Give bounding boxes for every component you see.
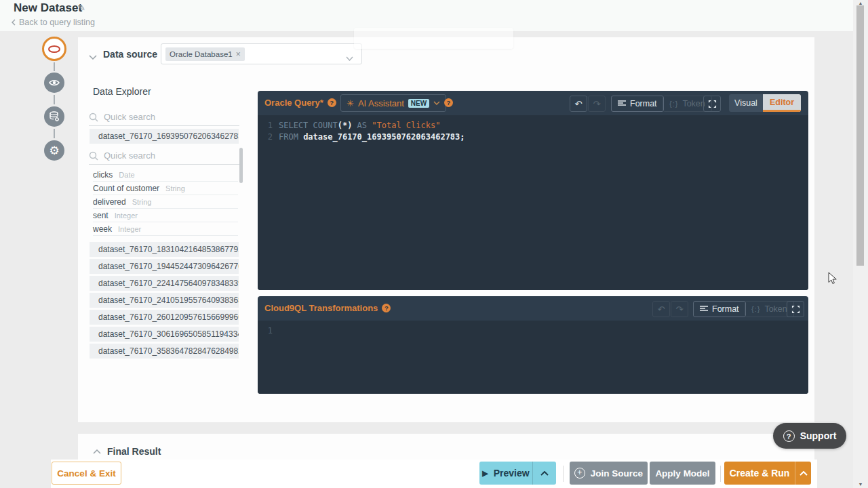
step-preview-icon[interactable]	[44, 73, 64, 93]
chevron-up-icon	[800, 471, 808, 476]
dataset-item[interactable]: dataset_76170_2601209576156699966	[90, 310, 239, 325]
dataset-item[interactable]: dataset_76170_2410519557640938368	[90, 293, 239, 308]
format-icon	[700, 306, 708, 312]
field-row[interactable]: weekInteger	[93, 222, 238, 236]
top-header: New Dataset ✎ Back to query listing	[0, 0, 853, 31]
oracle-logo-icon	[48, 45, 60, 53]
back-link[interactable]: Back to query listing	[11, 18, 95, 27]
scroll-up-arrow-icon[interactable]: ▲	[853, 1, 868, 5]
explorer-scrollbar-thumb[interactable]	[239, 148, 243, 183]
help-icon[interactable]: ?	[444, 98, 453, 107]
query-builder-card: Data source Oracle Database1 × Data Expl…	[78, 37, 814, 422]
tab-editor[interactable]: Editor	[763, 94, 801, 112]
format-button[interactable]: Format	[693, 301, 746, 317]
line-number: 2	[263, 131, 273, 143]
create-run-options-button[interactable]	[795, 462, 811, 485]
join-source-label: Join Source	[591, 468, 643, 479]
ai-assistant-icon: ✳	[347, 98, 354, 108]
datasource-chip: Oracle Database1 ×	[165, 47, 245, 61]
preview-options-button[interactable]	[532, 462, 556, 485]
footer-bar: Cancel & Exit ▶ Preview + Join Source Ap…	[51, 460, 817, 488]
help-icon[interactable]: ?	[328, 98, 336, 107]
quick-search-input[interactable]	[104, 150, 226, 161]
dataset-item[interactable]: dataset_76170_3583647828476284982	[90, 344, 239, 359]
cloud9ql-header: Cloud9QL Transformations ? ↶ ↷ Format {:…	[258, 296, 808, 321]
preview-button[interactable]: ▶ Preview	[479, 462, 532, 485]
datasource-dropdown[interactable]: Oracle Database1 ×	[161, 43, 362, 64]
redo-icon: ↷	[676, 304, 684, 314]
create-run-button-group: Create & Run	[724, 462, 811, 485]
dataset-item[interactable]: dataset_76170_2241475640978348339	[90, 276, 239, 291]
ai-assistant-label: AI Assistant	[358, 98, 404, 108]
oracle-query-title-text: Oracle Query*	[264, 98, 323, 108]
final-result-header[interactable]: Final Result	[93, 446, 161, 457]
window-scrollbar: ▲ ▼	[853, 0, 868, 488]
ai-assistant-button[interactable]: ✳ AI Assistant NEW	[340, 94, 446, 112]
search-icon	[89, 151, 98, 161]
format-button[interactable]: Format	[611, 96, 664, 112]
quick-search-outer[interactable]	[89, 108, 239, 126]
back-link-label: Back to query listing	[19, 18, 95, 27]
undo-icon: ↶	[575, 99, 583, 109]
dataset-name: dataset_76170_2601209576156699966	[98, 312, 239, 322]
field-row[interactable]: clicksDate	[93, 168, 238, 182]
dataset-expanded-header[interactable]: dataset_76170_1693950762063462783	[90, 129, 239, 144]
scrollbar-thumb[interactable]	[856, 5, 864, 266]
stepper-connector	[54, 129, 55, 138]
field-type: Date	[119, 171, 134, 179]
step-settings-icon[interactable]: ⚙	[44, 140, 64, 161]
expand-icon	[708, 100, 717, 108]
help-icon[interactable]: ?	[382, 304, 391, 312]
quick-search-inner[interactable]	[89, 147, 239, 165]
dataset-name: dataset_76170_1944524473096426776	[98, 262, 239, 271]
field-row[interactable]: deliveredString	[93, 195, 238, 209]
preview-label: Preview	[494, 468, 530, 479]
data-explorer-title: Data Explorer	[93, 86, 151, 97]
redo-button[interactable]: ↷	[671, 301, 688, 317]
quick-search-input[interactable]	[104, 112, 226, 122]
undo-button[interactable]: ↶	[652, 301, 670, 317]
dataset-item[interactable]: dataset_76170_1831042164853867791	[90, 242, 239, 257]
chevron-left-icon	[11, 19, 16, 26]
cancel-exit-button[interactable]: Cancel & Exit	[52, 462, 121, 485]
join-source-button[interactable]: + Join Source	[570, 462, 648, 485]
chip-remove-icon[interactable]: ×	[236, 49, 241, 59]
support-button[interactable]: ? Support	[773, 423, 846, 449]
expand-button[interactable]	[703, 96, 721, 112]
code-token: SELECT COUNT	[279, 121, 338, 130]
scroll-down-arrow-icon[interactable]: ▼	[853, 482, 868, 487]
eye-icon	[49, 79, 60, 87]
create-run-label: Create & Run	[730, 468, 790, 479]
plus-circle-icon: +	[574, 468, 585, 479]
dropdown-chevron-icon	[346, 52, 353, 64]
dataset-name: dataset_76170_2241475640978348339	[98, 279, 239, 288]
oracle-query-header: Oracle Query* ? ✳ AI Assistant NEW ? ↶ ↷…	[258, 91, 808, 115]
dataset-item[interactable]: dataset_76170_3061696505851194334	[90, 327, 239, 342]
stepper-connector	[54, 95, 55, 104]
apply-model-button[interactable]: Apply Model	[650, 462, 715, 485]
field-type: String	[165, 184, 185, 192]
field-type: Integer	[115, 211, 138, 220]
chevron-up-icon	[93, 449, 101, 454]
field-list: clicksDate Count of customerString deliv…	[93, 168, 238, 236]
dataset-item[interactable]: dataset_76170_1944524473096426776	[90, 259, 239, 274]
undo-button[interactable]: ↶	[570, 96, 587, 112]
dataset-name: dataset_76170_3061696505851194334	[98, 329, 239, 339]
footer-divider	[720, 466, 721, 482]
format-icon	[618, 100, 626, 107]
field-row[interactable]: Count of customerString	[93, 182, 238, 195]
field-row[interactable]: sentInteger	[93, 209, 238, 222]
edit-title-icon[interactable]: ✎	[78, 3, 85, 13]
redo-button[interactable]: ↷	[588, 96, 606, 112]
expand-button[interactable]	[787, 301, 804, 317]
tab-visual[interactable]: Visual	[729, 94, 763, 112]
step-datasource-icon[interactable]	[42, 37, 66, 61]
create-run-button[interactable]: Create & Run	[724, 462, 795, 485]
sql-editor[interactable]: 1SELECT COUNT(*) AS "Total Clicks" 2FROM…	[258, 115, 808, 290]
datasource-collapse-chevron-icon[interactable]	[89, 50, 97, 62]
visual-editor-toggle: Visual Editor	[729, 94, 801, 112]
step-transform-icon[interactable]	[44, 106, 64, 127]
new-badge: NEW	[408, 99, 429, 108]
cloud9ql-editor[interactable]: 1	[258, 321, 808, 394]
undo-icon: ↶	[658, 304, 665, 314]
